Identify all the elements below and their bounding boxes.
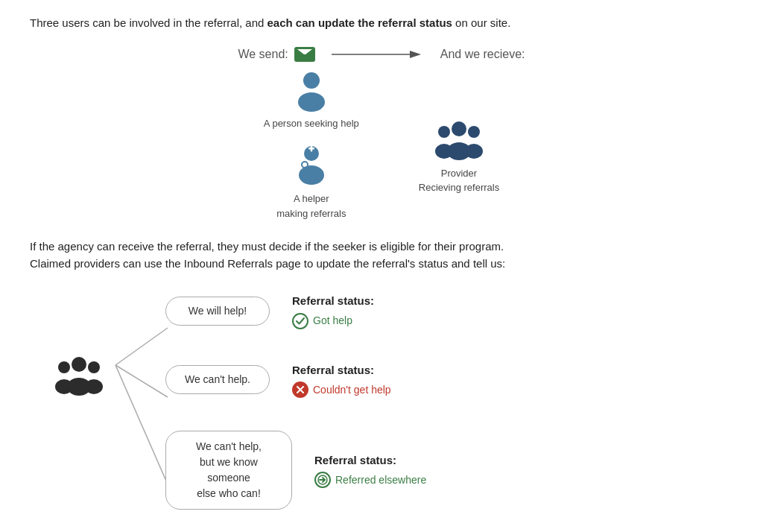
provider-icon [432, 118, 486, 162]
status-label-1: Referral status: [292, 293, 374, 310]
right-users-col: ProviderRecieving referrals [419, 71, 499, 221]
description-paragraph: If the agency can receive the referral, … [30, 238, 733, 272]
status-value-2: Couldn't get help [292, 381, 391, 398]
svg-rect-9 [311, 146, 313, 152]
person-seeking-help: A person seeking help [264, 71, 359, 131]
email-icon [294, 47, 315, 62]
speech-bubble-2: We can't help. [165, 365, 270, 394]
status-row-3: We can't help,but we know someoneelse wh… [165, 431, 426, 510]
svg-point-3 [298, 92, 325, 112]
status-label-2: Referral status: [292, 362, 391, 379]
provider-caption: ProviderRecieving referrals [419, 166, 499, 195]
description-line2: Claimed providers can use the Inbound Re… [30, 257, 505, 270]
x-icon-2 [292, 381, 308, 398]
status-box-2: Referral status: Couldn't get help [292, 362, 391, 399]
svg-point-24 [67, 378, 91, 396]
intro-paragraph: Three users can be involved in the refer… [30, 15, 733, 32]
svg-point-12 [468, 126, 480, 138]
svg-point-2 [303, 72, 320, 89]
intro-text-end: on our site. [452, 16, 510, 29]
svg-point-6 [302, 162, 308, 168]
svg-point-7 [308, 172, 312, 176]
provider-receiving: ProviderRecieving referrals [419, 118, 499, 195]
arrow-line [332, 47, 421, 62]
svg-point-21 [88, 361, 100, 373]
speech-bubble-3: We can't help,but we know someoneelse wh… [165, 431, 292, 510]
status-box-1: Referral status: Got help [292, 293, 374, 329]
svg-marker-1 [410, 51, 421, 58]
send-label: We send: [238, 45, 288, 63]
status-value-1: Got help [292, 313, 374, 329]
svg-point-14 [452, 121, 466, 136]
users-diagram: A person seeking help A helpermaking ref… [30, 71, 733, 221]
referred-elsewhere-text: Referred elsewhere [335, 472, 426, 488]
person-caption: A person seeking help [264, 116, 359, 131]
provider-status-icon [52, 354, 106, 397]
speech-status-col: We will help! Referral status: Got help … [165, 293, 426, 510]
svg-point-19 [58, 361, 70, 373]
helper-caption: A helpermaking referrals [276, 191, 346, 221]
helper-making-referrals: A helpermaking referrals [276, 144, 346, 221]
status-label-3: Referral status: [314, 452, 426, 469]
helper-icon [288, 144, 335, 187]
description-line1: If the agency can receive the referral, … [30, 240, 504, 253]
intro-text-start: Three users can be involved in the refer… [30, 16, 267, 29]
status-row-2: We can't help. Referral status: Couldn't… [165, 362, 426, 399]
svg-point-15 [447, 142, 471, 160]
svg-line-17 [115, 365, 168, 397]
status-box-3: Referral status: Referred elsewhere [314, 452, 426, 489]
svg-line-16 [115, 328, 168, 365]
intro-text-bold: each can update the referral status [267, 16, 452, 29]
check-icon-1 [292, 313, 308, 329]
arrow-icon-3 [314, 472, 331, 488]
couldnt-help-text: Couldn't get help [313, 382, 391, 398]
svg-point-10 [438, 126, 450, 138]
provider-figure [52, 354, 106, 397]
send-receive-row: We send: And we recieve: [30, 45, 733, 63]
svg-line-18 [115, 365, 168, 484]
status-row-1: We will help! Referral status: Got help [165, 293, 426, 329]
receive-label: And we recieve: [440, 45, 525, 63]
speech-bubble-1: We will help! [165, 297, 270, 326]
svg-point-23 [72, 357, 86, 372]
got-help-text: Got help [313, 313, 352, 329]
left-users-col: A person seeking help A helpermaking ref… [264, 71, 359, 221]
status-value-3: Referred elsewhere [314, 472, 426, 488]
person-icon [294, 71, 329, 112]
status-diagram: We will help! Referral status: Got help … [30, 287, 733, 510]
